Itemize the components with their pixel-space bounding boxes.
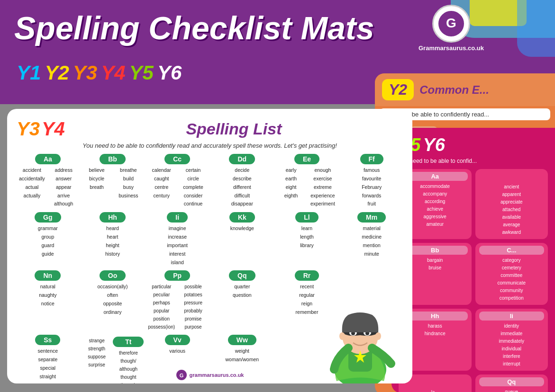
badge-hh: Hh: [100, 212, 126, 223]
words-kk: knowledge: [230, 224, 254, 233]
y4-text: Y4: [42, 118, 65, 140]
section-oo: Oo occasion(ally)oftenoppositeordinary: [82, 270, 144, 331]
words-cc-left: calendarcaughtcentrecentury: [146, 166, 177, 208]
badge-vv: Vv: [165, 335, 190, 345]
words-bb-left: believebicyclebreath: [82, 166, 112, 200]
words-oo: occasion(ally)oftenoppositeordinary: [97, 283, 127, 316]
badge-ee: Ee: [294, 154, 319, 164]
badge-bb: Bb: [100, 154, 126, 164]
badge-qq: Qq: [229, 270, 255, 281]
svg-point-10: [375, 332, 381, 340]
words-aa-right: addressanswerappeararrivealthough: [48, 166, 79, 208]
words-bb: believebicyclebreath breathebuildbusybus…: [82, 166, 144, 200]
y5y6-grid: Aa accommodateaccompanyaccordingachievea…: [399, 169, 548, 392]
logo-circle: G: [432, 5, 470, 43]
words-pp: particularpeculiarperhapspopularposition…: [146, 283, 209, 331]
y5y6-section-qq: Qq queue: [475, 374, 548, 392]
y5y6-section-c: C... categorycemeterycommitteecommunicat…: [475, 243, 548, 305]
badge-kk: Kk: [229, 212, 255, 223]
section-nn: Nn naturalnaughtynotice: [17, 270, 79, 331]
footer-logo-icon: G: [176, 369, 187, 381]
svg-text:G: G: [179, 373, 183, 378]
main-card-header: Y3 Y4 Spelling List: [17, 118, 403, 140]
y5y6-card: Y5 Y6 You need to be able to confid... A…: [391, 128, 555, 392]
words-aa-left: accidentaccidentallyactualactually: [17, 166, 47, 208]
y5y6-words-aa2: ancientapparentappreciateattachedavailab…: [479, 183, 545, 236]
character-svg: [322, 294, 398, 383]
words-tt: thereforethough/althoughthoughtthrough: [113, 349, 144, 383]
section-cc: Cc calendarcaughtcentrecentury certainci…: [146, 154, 209, 208]
tt-badge-col: Tt thereforethough/althoughthoughtthroug…: [113, 337, 144, 383]
badge-ss: Ss: [35, 335, 60, 345]
year-label-y1: Y1: [17, 62, 41, 84]
svg-text:G: G: [446, 16, 456, 30]
year-label-y4: Y4: [101, 62, 125, 84]
section-kk: Kk knowledge: [211, 212, 273, 267]
section-ii: Ii imagineincreaseimportantinterestislan…: [146, 212, 209, 267]
y5y6-letter-c: C...: [479, 246, 545, 255]
row-1: Aa accidentaccidentallyactualactually ad…: [17, 154, 403, 208]
year-label-y5: Y5: [129, 62, 154, 84]
y6-badge: Y6: [423, 135, 445, 155]
badge-oo: Oo: [100, 270, 126, 281]
section-gg: Gg grammargroupguardguide: [17, 212, 79, 267]
words-gg: grammargroupguardguide: [38, 224, 58, 258]
words-pp-right: possiblepotatoespressureprobablypromisep…: [178, 283, 209, 331]
year-labels: Y1 Y2 Y3 Y4 Y5 Y6: [17, 62, 182, 84]
words-pp-left: particularpeculiarperhapspopularposition…: [146, 283, 177, 331]
y2-badge: Y2: [382, 79, 414, 100]
badge-cc: Cc: [164, 154, 190, 164]
words-aa: accidentaccidentallyactualactually addre…: [17, 166, 79, 208]
y5y6-words-qq: queue: [479, 388, 545, 392]
badge-tt: Tt: [113, 337, 144, 347]
badge-mm: Mm: [357, 212, 386, 223]
words-cc-right: certaincirclecompleteconsidercontinue: [178, 166, 209, 208]
words-ii: imagineincreaseimportantinterestisland: [167, 224, 188, 267]
year-label-y6: Y6: [157, 62, 182, 84]
badge-ii: Ii: [167, 212, 188, 223]
words-ff: famousfavouriteFebruaryforwardsfruit: [362, 166, 382, 208]
row-2: Gg grammargroupguardguide Hh heardhearth…: [17, 212, 403, 267]
badge-pp: Pp: [164, 270, 190, 281]
words-bb-right: breathebuildbusybusiness: [113, 166, 144, 200]
y5y6-subtext: You need to be able to confid...: [399, 158, 548, 164]
main-subtitle: You need to be able to confidently read …: [17, 142, 403, 149]
footer-logo-text: grammarsaurus.co.uk: [190, 372, 244, 378]
character-illustration: [322, 294, 398, 383]
y5y6-words-ii: identityimmediateimmediatelyindividualin…: [479, 322, 545, 368]
badge-nn: Nn: [35, 270, 61, 281]
words-ww: weightwoman/women: [226, 347, 259, 364]
words-ll: learnlengthlibrary: [300, 224, 314, 250]
words-nn: naturalnaughtynotice: [39, 283, 56, 308]
section-qq: Qq quarterquestion: [211, 270, 273, 331]
section-dd: Dd decidedescribedifferentdifficultdisap…: [211, 154, 273, 208]
words-ee-left: earlyeartheighteighth: [276, 166, 307, 208]
badge-gg: Gg: [35, 212, 61, 223]
badge-ww: Ww: [228, 335, 256, 345]
logo-text: Grammarsaurus.co.uk: [419, 45, 484, 52]
badge-ll: Ll: [295, 212, 318, 223]
logo-area: G Grammarsaurus.co.uk: [419, 5, 484, 52]
y5y6-letter-ii: Ii: [479, 312, 545, 321]
section-ss: Ss sentenceseparatespecialstraight: [17, 335, 79, 383]
y2-title: Common E...: [419, 83, 489, 97]
y5y6-title: Y5 Y6: [399, 135, 548, 155]
section-hh: Hh heardheartheighthistory: [82, 212, 144, 267]
badge-aa: Aa: [35, 154, 61, 164]
words-cc: calendarcaughtcentrecentury certaincircl…: [146, 166, 209, 208]
page-title: Spelling Checklist Mats: [14, 9, 374, 46]
y2-card-header: Y2 Common E...: [375, 73, 555, 106]
words-ee-right: enoughexerciseextremeexperienceexperimen…: [307, 166, 338, 208]
section-mm: Mm materialmedicinementionminute: [340, 212, 403, 267]
main-card: Y3 Y4 Spelling List You need to be able …: [7, 109, 412, 383]
section-ll: Ll learnlengthlibrary: [276, 212, 338, 267]
badge-rr: Rr: [295, 270, 319, 281]
year-label-y2: Y2: [45, 62, 69, 84]
deco-shape-3: [517, 0, 555, 57]
section-ee: Ee earlyeartheighteighth enoughexercisee…: [276, 154, 338, 208]
y5y6-words-c: categorycemeterycommitteecommunicatecomm…: [479, 257, 545, 302]
words-ss-overflow: strangestrengthsupposesurprise: [82, 337, 112, 383]
y5y6-letter-qq: Qq: [479, 377, 545, 386]
y5y6-section-ii: Ii identityimmediateimmediatelyindividua…: [475, 309, 548, 371]
spelling-list-title: Spelling List: [65, 120, 403, 138]
